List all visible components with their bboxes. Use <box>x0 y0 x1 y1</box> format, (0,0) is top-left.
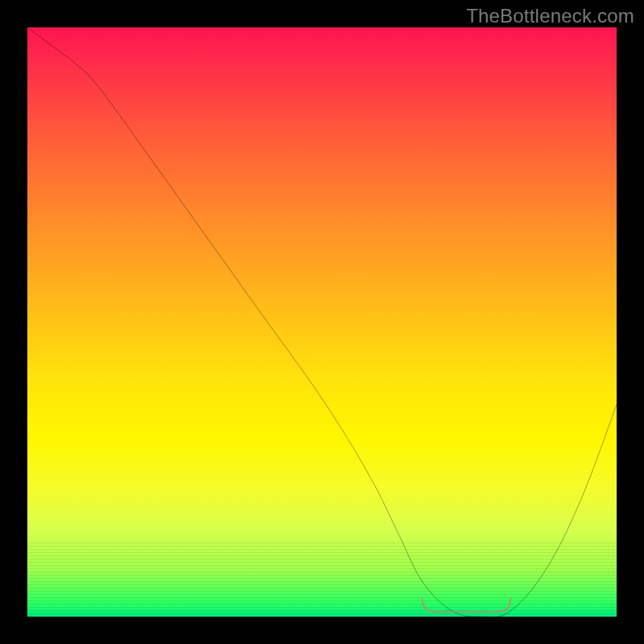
plot-area <box>27 27 617 617</box>
watermark-text: TheBottleneck.com <box>466 5 634 27</box>
bottom-stripes <box>27 540 617 617</box>
chart-container: TheBottleneck.com <box>0 0 644 644</box>
background-gradient <box>27 27 617 617</box>
